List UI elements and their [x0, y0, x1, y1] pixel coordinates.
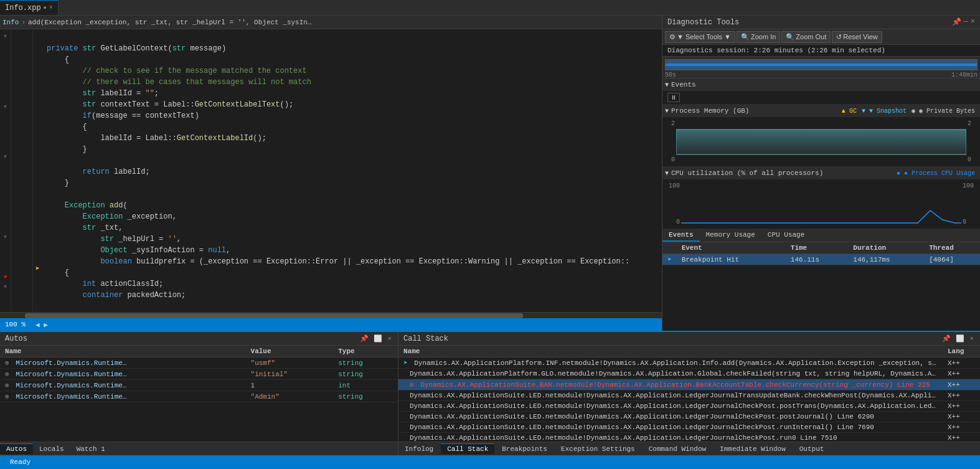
cpu-section-header[interactable]: ▼ CPU utilization (% of all processors) …	[662, 167, 980, 179]
callstack-row-lang: X++	[943, 412, 980, 422]
callstack-row[interactable]: Dynamics.AX.ApplicationSuite.LED.netmodu…	[398, 401, 980, 412]
global-statusbar: Ready	[0, 455, 980, 469]
diag-minimize-icon[interactable]: —	[964, 17, 968, 27]
tab-exception-settings[interactable]: Exception Settings	[555, 444, 641, 454]
memory-svg	[676, 120, 966, 164]
select-tools-button[interactable]: ⚙ ▼ Select Tools ▼	[665, 31, 735, 43]
callstack-arrow-icon: ➤	[403, 359, 408, 367]
callstack-row[interactable]: Dynamics.AX.ApplicationPlatform.GLO.netm…	[398, 369, 980, 379]
tab-command-window[interactable]: Command Window	[643, 444, 712, 454]
line-numbers	[11, 29, 33, 312]
event-duration: 146,117ms	[848, 254, 924, 265]
diag-pin-icon[interactable]: 📌	[952, 17, 961, 27]
autos-tab-locals[interactable]: Locals	[33, 444, 70, 454]
callstack-close-icon[interactable]: ×	[968, 335, 975, 343]
gear-icon: ⚙	[669, 33, 676, 41]
callstack-row[interactable]: Dynamics.AX.ApplicationSuite.LED.netmodu…	[398, 391, 980, 401]
gc-legend: ▲ GC	[842, 108, 857, 115]
callstack-row[interactable]: Dynamics.AX.ApplicationSuite.LED.netmodu…	[398, 433, 980, 442]
editor-pane: Info › add(Exception _exception, str _tx…	[0, 16, 662, 331]
events-col-event: Event	[677, 242, 786, 254]
autos-row-value: "initial"	[246, 369, 334, 380]
tab-output[interactable]: Output	[793, 444, 831, 454]
autos-row[interactable]: ⊕ Microsoft.Dynamics.Runtime… "usmf" str…	[0, 358, 398, 369]
tab-breakpoints[interactable]: Breakpoints	[496, 444, 554, 454]
tab-infolog[interactable]: Infolog	[398, 444, 440, 454]
callstack-row[interactable]: Dynamics.AX.ApplicationSuite.LED.netmodu…	[398, 412, 980, 422]
reset-view-button[interactable]: ↺ Reset View	[832, 31, 882, 43]
callstack-row-lang: X++	[943, 422, 980, 433]
autos-row[interactable]: ⊕ Microsoft.Dynamics.Runtime… 1 int	[0, 380, 398, 391]
autos-float-icon[interactable]: ⬜	[372, 334, 384, 343]
editor-toolbar: Info › add(Exception _exception, str _tx…	[0, 16, 662, 29]
diag-close-icon[interactable]: ×	[971, 17, 975, 27]
callstack-row-name: Dynamics.AX.ApplicationSuite.LED.netmodu…	[398, 401, 943, 412]
bottom-panels: Autos 📌 ⬜ × Name Value Type	[0, 331, 980, 455]
pause-button[interactable]: ⏸	[667, 93, 680, 102]
status-text: Ready	[10, 458, 31, 466]
autos-row-icon-3: ⊕	[5, 382, 9, 389]
callstack-pane: Call Stack 📌 ⬜ × Name Lang	[398, 332, 980, 455]
autos-row-icon-4: ⊕	[5, 393, 9, 400]
autos-tab-watch1[interactable]: Watch 1	[70, 444, 111, 454]
callstack-row-name: Dynamics.AX.ApplicationSuite.LED.netmodu…	[398, 391, 943, 401]
autos-tab-autos[interactable]: Autos	[0, 443, 33, 454]
tab-cpu-usage[interactable]: CPU Usage	[761, 229, 811, 242]
tab-close-btn[interactable]: ×	[49, 4, 53, 11]
callstack-col-lang: Lang	[943, 346, 980, 358]
session-text: Diagnostics session: 2:26 minutes (2:26 …	[667, 47, 885, 54]
autos-table: Name Value Type ⊕ Microsoft.Dynamics.Run…	[0, 346, 398, 402]
cpu-y-max2: 100	[963, 182, 980, 189]
callstack-table: Name Lang ➤ Dynamics.AX.ApplicationPlatf…	[398, 346, 980, 442]
zoom-level[interactable]: 100 %	[5, 321, 26, 328]
tab-immediate-window[interactable]: Immediate Window	[714, 444, 792, 454]
tab-callstack[interactable]: Call Stack	[441, 443, 494, 454]
tab-events[interactable]: Events	[662, 229, 700, 242]
autos-close-icon[interactable]: ×	[386, 335, 393, 343]
callstack-tab-bar: Infolog Call Stack Breakpoints Exception…	[398, 442, 980, 455]
autos-row[interactable]: ⊕ Microsoft.Dynamics.Runtime… "Admin" st…	[0, 391, 398, 402]
code-area: ▼ ▼ ▼	[0, 29, 662, 312]
callstack-row[interactable]: Dynamics.AX.ApplicationSuite.LED.netmodu…	[398, 422, 980, 433]
autos-pin-icon[interactable]: 📌	[359, 334, 370, 343]
breadcrumb-method[interactable]: add(Exception _exception, str _txt, str …	[28, 19, 314, 26]
editor-scrollbar[interactable]	[0, 312, 662, 318]
autos-row-type: string	[333, 358, 398, 369]
callstack-row-lang: X++	[943, 433, 980, 442]
diag-titlebar: Diagnostic Tools 📌 — ×	[662, 16, 980, 29]
autos-row-icon-1: ⊕	[5, 359, 9, 367]
autos-row-type: string	[333, 391, 398, 402]
autos-col-type: Type	[333, 346, 398, 358]
callstack-pin-icon[interactable]: 📌	[941, 334, 952, 343]
tab-info-xpp[interactable]: Info.xpp ● ×	[0, 0, 59, 15]
event-row-icon: ➤	[662, 254, 677, 265]
autos-window-controls: 📌 ⬜ ×	[359, 334, 393, 343]
code-content[interactable]: private str GetLabelContext(str message)…	[42, 29, 662, 312]
memory-chart: 2 0 2 0	[662, 117, 980, 167]
zoom-in-button[interactable]: 🔍 Zoom In	[737, 31, 780, 43]
callstack-col-name: Name	[398, 346, 943, 358]
autos-title: Autos	[5, 334, 27, 343]
callstack-row[interactable]: ➤ Dynamics.AX.ApplicationPlatform.INF.ne…	[398, 358, 980, 369]
tab-bar: Info.xpp ● ×	[0, 0, 980, 16]
memory-section-header[interactable]: ▼ Process Memory (GB) ▲ GC ▼ ▼ Snapshot …	[662, 105, 980, 117]
svg-rect-0	[676, 130, 966, 154]
autos-row-type: string	[333, 369, 398, 380]
callstack-row-selected[interactable]: ⊙ Dynamics.AX.ApplicationSuite.BAN.netmo…	[398, 379, 980, 391]
autos-row[interactable]: ⊕ Microsoft.Dynamics.Runtime… "initial" …	[0, 369, 398, 380]
event-row-breakpoint[interactable]: ➤ Breakpoint Hit 146.11s 146,117ms [4064…	[662, 254, 980, 265]
event-name: Breakpoint Hit	[677, 254, 786, 265]
error-icon: ⊙	[410, 381, 414, 389]
callstack-row-lang: X++	[943, 401, 980, 412]
events-section-header[interactable]: ▼ Events	[662, 78, 980, 91]
callstack-row-lang: X++	[943, 369, 980, 379]
tab-memory-usage[interactable]: Memory Usage	[700, 229, 761, 242]
memory-y-max: 2	[662, 120, 675, 127]
editor-gutter: ▼ ▼ ▼	[0, 29, 11, 312]
zoom-out-button[interactable]: 🔍 Zoom Out	[781, 31, 831, 43]
timeline-label-50s: 50s	[665, 72, 676, 78]
callstack-float-icon[interactable]: ⬜	[954, 334, 966, 343]
events-tabs: Events Memory Usage CPU Usage	[662, 229, 980, 242]
callstack-row-name: ➤ Dynamics.AX.ApplicationPlatform.INF.ne…	[398, 358, 943, 369]
memory-collapse-arrow: ▼	[665, 108, 669, 115]
